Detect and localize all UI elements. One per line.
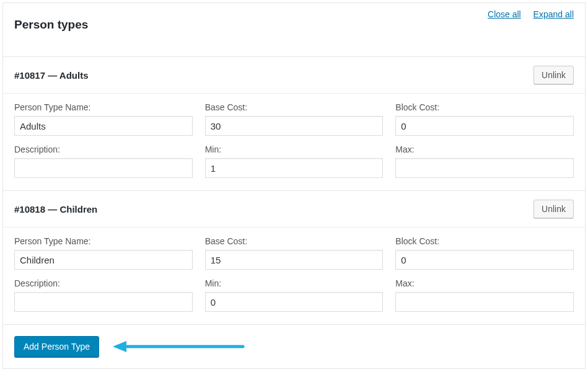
person-type-body: Person Type Name: Base Cost: Block Cost:… [3,94,585,190]
arrow-left-icon [113,339,249,354]
person-types-panel: Close all Expand all Person types #10817… [2,2,586,369]
header-links: Close all Expand all [478,9,574,19]
person-type-block: #10817 — Adults Unlink Person Type Name:… [3,56,585,190]
unlink-button[interactable]: Unlink [533,200,574,218]
field-description: Description: [14,144,193,178]
field-row: Description: Min: Max: [14,278,574,312]
field-max: Max: [395,278,574,312]
person-type-name-input[interactable] [14,116,193,136]
label-min: Min: [205,278,384,288]
field-base-cost: Base Cost: [205,102,384,136]
max-input[interactable] [395,158,574,178]
max-input[interactable] [395,292,574,312]
field-row: Person Type Name: Base Cost: Block Cost: [14,236,574,270]
field-person-type-name: Person Type Name: [14,236,193,270]
label-base-cost: Base Cost: [205,236,384,246]
close-all-link[interactable]: Close all [488,9,521,19]
block-cost-input[interactable] [395,250,574,270]
min-input[interactable] [205,158,384,178]
svg-marker-1 [113,341,126,352]
field-person-type-name: Person Type Name: [14,102,193,136]
panel-header: Close all Expand all Person types [3,3,585,56]
field-base-cost: Base Cost: [205,236,384,270]
block-cost-input[interactable] [395,116,574,136]
field-row: Person Type Name: Base Cost: Block Cost: [14,102,574,136]
expand-all-link[interactable]: Expand all [533,9,574,19]
description-input[interactable] [14,158,193,178]
field-row: Description: Min: Max: [14,144,574,178]
description-input[interactable] [14,292,193,312]
field-block-cost: Block Cost: [395,102,574,136]
add-person-type-button[interactable]: Add Person Type [14,336,99,357]
field-max: Max: [395,144,574,178]
field-min: Min: [205,144,384,178]
panel-title: Person types [14,18,574,32]
label-block-cost: Block Cost: [395,236,574,246]
unlink-button[interactable]: Unlink [533,66,574,84]
label-description: Description: [14,278,193,288]
label-max: Max: [395,278,574,288]
field-block-cost: Block Cost: [395,236,574,270]
label-description: Description: [14,144,193,154]
label-min: Min: [205,144,384,154]
label-base-cost: Base Cost: [205,102,384,112]
min-input[interactable] [205,292,384,312]
person-type-title: #10817 — Adults [14,70,89,81]
person-type-block: #10818 — Children Unlink Person Type Nam… [3,190,585,324]
person-type-body: Person Type Name: Base Cost: Block Cost:… [3,228,585,324]
label-person-type-name: Person Type Name: [14,236,193,246]
person-type-header: #10818 — Children Unlink [3,191,585,228]
person-type-name-input[interactable] [14,250,193,270]
label-max: Max: [395,144,574,154]
person-type-header: #10817 — Adults Unlink [3,57,585,94]
base-cost-input[interactable] [205,116,384,136]
field-description: Description: [14,278,193,312]
person-type-title: #10818 — Children [14,204,97,215]
label-block-cost: Block Cost: [395,102,574,112]
base-cost-input[interactable] [205,250,384,270]
label-person-type-name: Person Type Name: [14,102,193,112]
field-min: Min: [205,278,384,312]
panel-footer: Add Person Type [3,324,585,368]
